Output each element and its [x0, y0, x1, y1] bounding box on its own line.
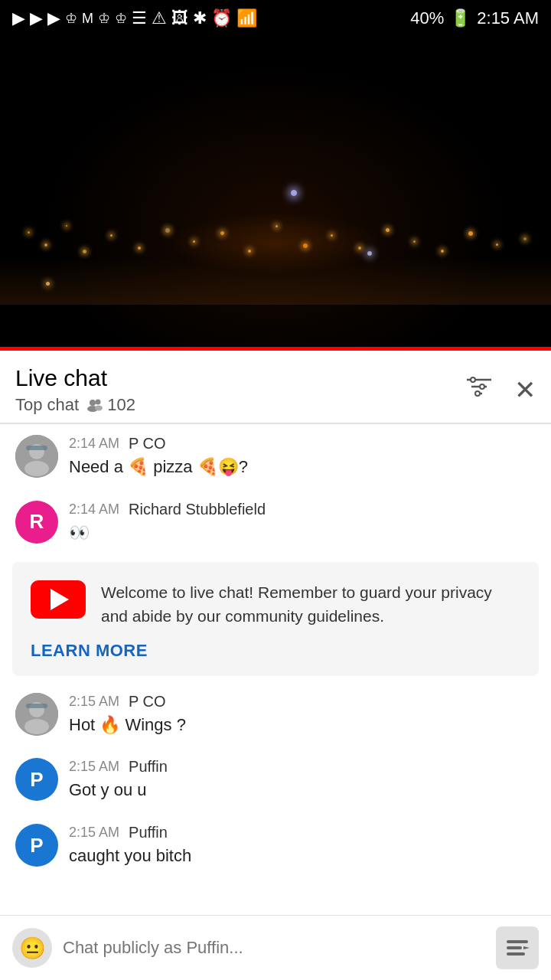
message-time: 2:14 AM: [69, 501, 119, 518]
svg-point-16: [24, 719, 49, 734]
live-chat-title: Live chat: [15, 364, 135, 392]
message-body: 2:15 AM Puffin caught you bitch: [69, 824, 536, 868]
bright-light-3: [46, 282, 50, 286]
message-text: Hot 🔥 Wings ?: [69, 714, 536, 737]
chat-header-left: Live chat Top chat 102: [15, 364, 135, 415]
svg-point-7: [471, 377, 475, 382]
app-icon-1: ▶: [12, 8, 25, 28]
avatar-image: [15, 693, 58, 736]
chat-message: P 2:15 AM Puffin caught you bitch: [0, 813, 551, 879]
svg-point-12: [24, 461, 49, 476]
svg-point-0: [90, 400, 96, 406]
battery-icon: 🔋: [450, 8, 471, 28]
app-icon-5: M: [82, 11, 93, 27]
emoji-icon: 😐: [19, 936, 46, 961]
chat-messages-list: 2:14 AM P CO Need a 🍕 pizza 🍕😝? R 2:14 A…: [0, 424, 551, 879]
close-chat-button[interactable]: ✕: [514, 374, 536, 405]
svg-marker-21: [523, 946, 530, 949]
emoji-button[interactable]: 😐: [12, 928, 52, 968]
message-meta: 2:14 AM Richard Stubblefield: [69, 501, 536, 518]
chat-input-bar[interactable]: 😐: [0, 915, 551, 980]
status-bar: ▶ ▶ ▶ ♔ M ♔ ♔ ☰ ⚠ 🖼 ✱ ⏰ 📶 40% 🔋 2:15 AM: [0, 0, 551, 37]
message-time: 2:15 AM: [69, 825, 119, 841]
video-content: [0, 37, 551, 351]
svg-point-8: [480, 384, 484, 389]
play-triangle: [51, 589, 69, 610]
viewer-number: 102: [107, 395, 135, 415]
video-player[interactable]: [0, 37, 551, 351]
bright-light-1: [291, 190, 297, 196]
youtube-logo: [31, 580, 86, 619]
avatar: P: [15, 758, 58, 801]
message-body: 2:15 AM P CO Hot 🔥 Wings ?: [69, 693, 536, 737]
learn-more-button[interactable]: LEARN MORE: [31, 641, 520, 661]
message-meta: 2:15 AM Puffin: [69, 824, 536, 841]
app-icon-8: ☰: [132, 8, 147, 28]
message-text: 👀: [69, 521, 536, 545]
battery-level: 40%: [410, 8, 444, 28]
message-author: P CO: [129, 435, 166, 452]
svg-point-3: [95, 406, 103, 411]
alarm-icon: ⏰: [211, 8, 232, 28]
send-button[interactable]: [496, 926, 539, 969]
svg-rect-19: [507, 946, 522, 949]
welcome-box-top: Welcome to live chat! Remember to guard …: [31, 580, 520, 629]
message-text: Got y ou u: [69, 779, 536, 802]
status-icons: ▶ ▶ ▶ ♔ M ♔ ♔ ☰ ⚠ 🖼 ✱ ⏰ 📶: [12, 8, 257, 28]
welcome-text: Welcome to live chat! Remember to guard …: [101, 580, 520, 629]
bright-light-2: [367, 251, 372, 256]
svg-point-1: [96, 400, 101, 405]
app-icon-2: ▶: [30, 8, 43, 28]
message-meta: 2:15 AM P CO: [69, 693, 536, 710]
svg-rect-20: [507, 952, 525, 956]
bluetooth-icon: ✱: [193, 8, 207, 28]
message-author: P CO: [129, 693, 166, 710]
message-meta: 2:15 AM Puffin: [69, 758, 536, 776]
avatar: [15, 435, 58, 478]
filter-icon: [465, 375, 493, 398]
people-icon: [86, 398, 103, 412]
svg-rect-17: [26, 704, 47, 708]
filter-button[interactable]: [465, 375, 493, 404]
top-chat-label[interactable]: Top chat: [15, 395, 79, 415]
wifi-icon: 📶: [236, 8, 257, 28]
avatar: P: [15, 824, 58, 867]
message-text: caught you bitch: [69, 844, 536, 868]
message-body: 2:14 AM Richard Stubblefield 👀: [69, 501, 536, 545]
message-author: Puffin: [129, 758, 168, 776]
app-icon-7: ♔: [115, 10, 127, 27]
avatar: R: [15, 501, 58, 544]
chat-header: Live chat Top chat 102: [0, 351, 551, 423]
chat-input[interactable]: [63, 932, 485, 964]
clock: 2:15 AM: [477, 8, 539, 28]
message-time: 2:15 AM: [69, 694, 119, 710]
svg-rect-18: [507, 940, 528, 943]
avatar: [15, 693, 58, 736]
horizon-glow: [0, 259, 551, 305]
app-icon-4: ♔: [65, 10, 77, 27]
avatar-image: [15, 435, 58, 478]
chat-message: 2:15 AM P CO Hot 🔥 Wings ?: [0, 682, 551, 748]
video-progress-bar[interactable]: [0, 347, 551, 351]
chat-message: P 2:15 AM Puffin Got y ou u: [0, 747, 551, 813]
chat-header-actions: ✕: [465, 374, 536, 405]
message-time: 2:14 AM: [69, 436, 119, 452]
svg-rect-13: [26, 446, 47, 450]
top-chat-row: Top chat 102: [15, 395, 135, 415]
message-text: Need a 🍕 pizza 🍕😝?: [69, 456, 536, 479]
send-icon: [505, 936, 530, 960]
viewer-count: 102: [86, 395, 135, 415]
message-time: 2:15 AM: [69, 759, 119, 775]
chat-message: 2:14 AM P CO Need a 🍕 pizza 🍕😝?: [0, 424, 551, 490]
app-icon-6: ♔: [98, 10, 110, 27]
message-author: Puffin: [129, 824, 168, 841]
app-icon-image: 🖼: [171, 8, 188, 28]
chat-message: R 2:14 AM Richard Stubblefield 👀: [0, 490, 551, 556]
message-author: Richard Stubblefield: [129, 501, 266, 518]
app-icon-3: ▶: [47, 8, 60, 28]
status-right: 40% 🔋 2:15 AM: [410, 8, 539, 28]
app-icon-warning: ⚠: [152, 8, 167, 28]
message-body: 2:14 AM P CO Need a 🍕 pizza 🍕😝?: [69, 435, 536, 479]
message-meta: 2:14 AM P CO: [69, 435, 536, 452]
svg-point-9: [475, 391, 480, 396]
